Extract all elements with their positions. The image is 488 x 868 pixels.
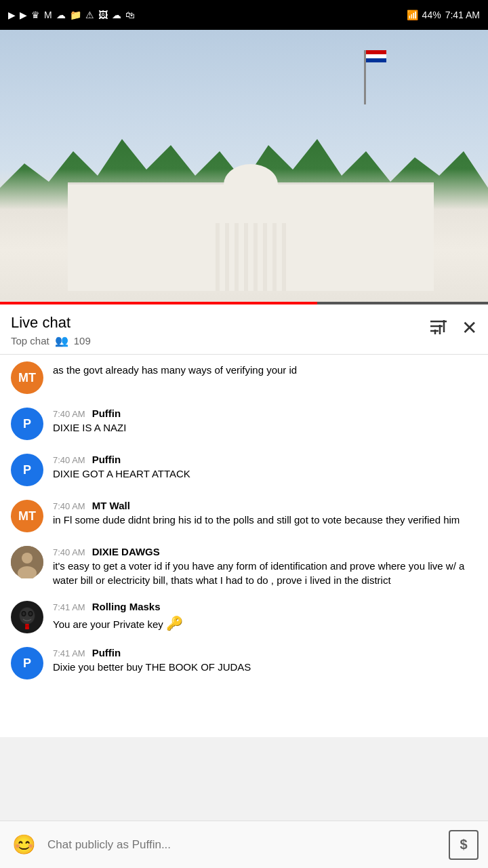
battery-level: 44% (422, 9, 441, 20)
message-author: MT Wall (92, 500, 130, 511)
chat-message: P 7:41 AM Puffin Dixie you better buy TH… (0, 640, 488, 686)
chat-message: 7:40 AM DIXIE DAWGS it's easy to get a v… (0, 539, 488, 594)
emoji-button[interactable]: 😊 (9, 831, 38, 859)
flag-pole (364, 50, 366, 104)
flag (366, 50, 386, 62)
icon-warning: ⚠ (85, 9, 94, 20)
message-time: 7:40 AM (53, 547, 85, 557)
avatar: P (11, 454, 43, 486)
chat-message: P 7:40 AM Puffin DIXIE GOT A HEART ATTAC… (0, 447, 488, 493)
video-progress-fill (0, 302, 317, 304)
avatar (11, 546, 43, 578)
message-text: as the govt already has many ways of ver… (53, 363, 477, 377)
white-house (68, 182, 434, 291)
message-meta: 7:40 AM DIXIE DAWGS (53, 546, 477, 557)
message-time: 7:40 AM (53, 409, 85, 419)
icon-crown: ♛ (31, 9, 40, 20)
message-text: You are your Private key 🔑 (53, 614, 477, 633)
message-body: 7:40 AM Puffin DIXIE IS A NAZI (53, 408, 477, 435)
message-author: DIXIE DAWGS (92, 546, 160, 557)
message-meta: 7:40 AM Puffin (53, 454, 477, 465)
message-author: Puffin (92, 454, 121, 465)
chat-input-bar: 😊 $ (0, 821, 488, 868)
columns (68, 210, 434, 291)
chat-message: MT as the govt already has many ways of … (0, 355, 488, 401)
video-player[interactable] (0, 30, 488, 304)
message-text: DIXIE IS A NAZI (53, 420, 477, 435)
message-meta: 7:41 AM Puffin (53, 647, 477, 658)
live-chat-header: Live chat Top chat 👥 109 ✕ (0, 304, 488, 355)
status-info-right: 📶 44% 7:41 AM (407, 9, 480, 20)
message-author: Puffin (92, 408, 121, 419)
live-chat-subtitle: Top chat 👥 109 (11, 334, 91, 347)
clock: 7:41 AM (445, 9, 480, 20)
people-icon: 👥 (55, 334, 68, 347)
avatar: P (11, 408, 43, 440)
chat-message: MT 7:40 AM MT Wall in Fl some dude didnt… (0, 493, 488, 539)
message-meta: 7:40 AM Puffin (53, 408, 477, 419)
dollar-icon: $ (460, 837, 467, 852)
status-icons-left: ▶ ▶ ♛ M ☁ 📁 ⚠ 🖼 ☁ 🛍 (8, 9, 135, 20)
icon-youtube2: ▶ (20, 9, 27, 20)
chat-message: 7:41 AM Rolling Masks You are your Priva… (0, 594, 488, 640)
svg-point-11 (20, 608, 35, 624)
status-bar: ▶ ▶ ♛ M ☁ 📁 ⚠ 🖼 ☁ 🛍 📶 44% 7:41 AM (0, 0, 488, 30)
message-body: 7:40 AM MT Wall in Fl some dude didnt br… (53, 500, 477, 527)
message-text: Dixie you better buy THE BOOK OF JUDAS (53, 660, 477, 674)
icon-cloud2: ☁ (112, 9, 121, 20)
icon-image: 🖼 (98, 9, 108, 20)
message-author: Puffin (92, 647, 121, 658)
icon-mastodon: M (44, 9, 52, 20)
message-body: 7:41 AM Rolling Masks You are your Priva… (53, 601, 477, 633)
white-house-building (0, 169, 488, 304)
icon-cloud1: ☁ (56, 9, 66, 20)
chat-message: P 7:40 AM Puffin DIXIE IS A NAZI (0, 401, 488, 447)
svg-point-7 (22, 553, 33, 564)
close-button[interactable]: ✕ (462, 317, 477, 339)
avatar: MT (11, 500, 43, 532)
message-meta: 7:40 AM MT Wall (53, 500, 477, 511)
super-chat-button[interactable]: $ (449, 830, 479, 860)
svg-point-14 (22, 612, 25, 616)
message-time: 7:41 AM (53, 602, 85, 612)
message-time: 7:41 AM (53, 648, 85, 658)
message-body: 7:40 AM DIXIE DAWGS it's easy to get a v… (53, 546, 477, 587)
avatar (11, 601, 43, 633)
live-chat-title-area: Live chat Top chat 👥 109 (11, 314, 91, 347)
message-text: it's easy to get a voter id if you have … (53, 559, 477, 587)
message-time: 7:40 AM (53, 501, 85, 511)
video-progress-bar[interactable] (0, 302, 488, 304)
message-body: as the govt already has many ways of ver… (53, 361, 477, 377)
message-body: 7:41 AM Puffin Dixie you better buy THE … (53, 647, 477, 674)
live-chat-title: Live chat (11, 314, 91, 332)
message-body: 7:40 AM Puffin DIXIE GOT A HEART ATTACK (53, 454, 477, 481)
icon-bag: 🛍 (125, 9, 135, 20)
chat-messages-container: MT as the govt already has many ways of … (0, 355, 488, 737)
message-author: Rolling Masks (92, 601, 161, 612)
viewer-count: 109 (74, 335, 91, 347)
top-chat-label[interactable]: Top chat (11, 335, 49, 347)
chat-input[interactable] (47, 838, 439, 852)
message-meta: 7:41 AM Rolling Masks (53, 601, 477, 612)
live-chat-header-actions: ✕ (429, 317, 477, 339)
dome (224, 164, 278, 205)
message-time: 7:40 AM (53, 455, 85, 465)
avatar: MT (11, 361, 43, 394)
svg-point-15 (29, 612, 32, 616)
filter-icon[interactable] (429, 318, 448, 338)
message-text: DIXIE GOT A HEART ATTACK (53, 467, 477, 481)
icon-youtube1: ▶ (8, 9, 16, 20)
avatar: P (11, 647, 43, 679)
icon-folder: 📁 (70, 9, 81, 20)
emoji-icon: 😊 (12, 833, 36, 856)
wifi-icon: 📶 (407, 9, 418, 20)
message-text: in Fl some dude didnt bring his id to th… (53, 513, 477, 527)
